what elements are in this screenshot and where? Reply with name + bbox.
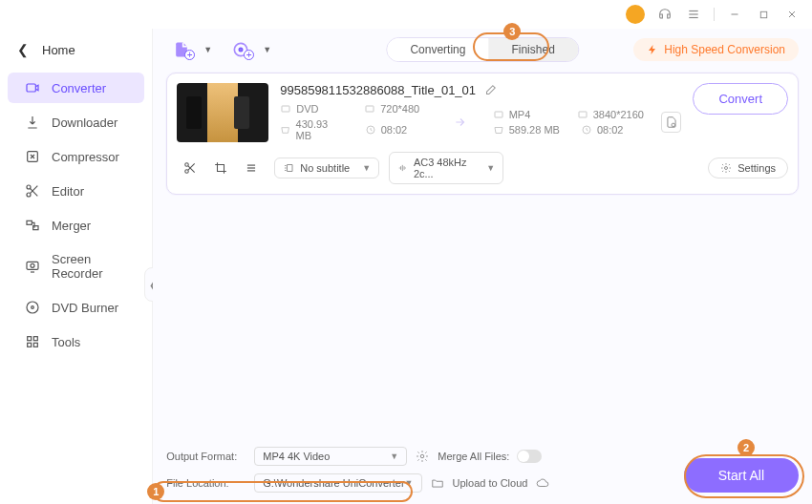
svg-rect-19 xyxy=(28,343,32,346)
svg-point-9 xyxy=(27,185,31,189)
file-location-label: File Location: xyxy=(166,477,246,489)
sidebar-item-label: Merger xyxy=(52,219,91,233)
subtitle-value: No subtitle xyxy=(300,162,350,174)
sidebar-item-dvd-burner[interactable]: DVD Burner xyxy=(8,292,144,323)
audio-value: AC3 48kHz 2c... xyxy=(414,157,481,179)
svg-point-10 xyxy=(27,193,31,197)
svg-rect-23 xyxy=(282,106,289,112)
svg-point-14 xyxy=(31,263,34,267)
annotation-badge-1: 1 xyxy=(147,483,164,500)
disc-icon xyxy=(25,300,40,315)
tab-converting[interactable]: Converting xyxy=(387,38,488,61)
svg-rect-7 xyxy=(27,84,35,92)
output-format-label: Output Format: xyxy=(166,451,246,462)
tab-finished[interactable]: Finished xyxy=(488,38,577,61)
sidebar-item-downloader[interactable]: Downloader xyxy=(8,107,144,137)
src-size: 430.93 MB xyxy=(296,118,344,141)
file-location-dropdown[interactable]: G:\Wondershare UniConverter ▼ xyxy=(254,473,421,493)
plus-icon: + xyxy=(184,50,195,60)
target-meta: MP4 3840*2160 589.28 MB 08:02 xyxy=(493,109,644,136)
video-thumbnail[interactable] xyxy=(177,83,268,142)
file-title: 995859811532886088_Title_01_01 xyxy=(280,83,476,97)
sidebar-item-editor[interactable]: Editor xyxy=(8,176,144,206)
screen-recorder-icon xyxy=(25,259,40,274)
caret-down-icon: ▼ xyxy=(486,163,495,173)
caret-down-icon: ▼ xyxy=(362,163,371,173)
sidebar-item-converter[interactable]: Converter xyxy=(8,73,144,103)
dst-size: 589.28 MB xyxy=(509,124,560,136)
main-panel: + ▼ + ▼ Converting Finished High Speed C… xyxy=(153,29,812,504)
file-location-value: G:\Wondershare UniConverter xyxy=(263,477,404,489)
dst-resolution: 3840*2160 xyxy=(593,109,644,120)
add-dvd-button[interactable]: + ▼ xyxy=(225,36,277,63)
caret-down-icon: ▼ xyxy=(203,45,212,54)
output-settings-button[interactable] xyxy=(661,112,682,133)
merge-label: Merge All Files: xyxy=(438,451,509,462)
annotation-badge-2: 2 xyxy=(737,439,755,456)
output-gear-icon[interactable] xyxy=(415,449,430,464)
caret-down-icon: ▼ xyxy=(263,45,271,54)
menu-icon[interactable] xyxy=(685,6,702,23)
sidebar-item-merger[interactable]: Merger xyxy=(8,210,144,241)
sidebar-item-label: Screen Recorder xyxy=(52,252,127,281)
settings-label: Settings xyxy=(737,162,776,174)
separator xyxy=(714,8,715,21)
topbar: + ▼ + ▼ Converting Finished High Speed C… xyxy=(166,36,799,63)
merge-toggle[interactable] xyxy=(517,450,542,463)
scissors-icon xyxy=(25,183,40,199)
svg-point-29 xyxy=(672,123,675,127)
sidebar-item-label: Converter xyxy=(52,81,106,95)
more-icon[interactable] xyxy=(244,160,259,176)
svg-rect-4 xyxy=(760,11,766,17)
compressor-icon xyxy=(25,149,40,164)
sidebar: ❮ Home Converter Downloader Compressor xyxy=(0,29,153,504)
upload-cloud-label: Upload to Cloud xyxy=(453,477,528,489)
user-avatar[interactable] xyxy=(626,5,645,24)
sidebar-item-compressor[interactable]: Compressor xyxy=(8,141,144,172)
svg-rect-13 xyxy=(27,262,38,269)
svg-point-30 xyxy=(185,163,189,167)
subtitle-dropdown[interactable]: No subtitle ▼ xyxy=(274,158,379,178)
tools-icon xyxy=(25,334,40,349)
window-titlebar xyxy=(0,0,812,29)
download-icon xyxy=(25,115,40,130)
sidebar-item-tools[interactable]: Tools xyxy=(8,326,144,357)
sidebar-item-label: Editor xyxy=(52,184,84,199)
plus-icon: + xyxy=(244,50,254,60)
sidebar-item-label: DVD Burner xyxy=(52,301,118,315)
support-icon[interactable] xyxy=(656,6,673,23)
converter-icon xyxy=(25,80,40,95)
home-back[interactable]: ❮ Home xyxy=(0,36,152,63)
svg-rect-18 xyxy=(33,337,37,341)
caret-down-icon: ▼ xyxy=(405,478,414,488)
conversion-item: 995859811532886088_Title_01_01 DVD 720*4… xyxy=(166,73,799,195)
trim-icon[interactable] xyxy=(182,160,198,176)
chevron-left-icon: ❮ xyxy=(17,42,29,57)
crop-icon[interactable] xyxy=(213,160,228,176)
svg-point-31 xyxy=(185,170,189,174)
caret-down-icon: ▼ xyxy=(390,452,398,461)
svg-point-15 xyxy=(27,302,38,313)
edit-title-icon[interactable] xyxy=(483,84,497,97)
output-format-dropdown[interactable]: MP4 4K Video ▼ xyxy=(254,447,407,466)
sidebar-item-label: Downloader xyxy=(52,116,118,130)
svg-point-36 xyxy=(420,454,424,458)
item-settings-button[interactable]: Settings xyxy=(708,158,788,178)
close-icon[interactable] xyxy=(783,6,801,23)
sidebar-item-screen-recorder[interactable]: Screen Recorder xyxy=(8,244,144,288)
maximize-icon[interactable] xyxy=(755,6,772,23)
svg-point-22 xyxy=(239,48,242,51)
audio-dropdown[interactable]: AC3 48kHz 2c... ▼ xyxy=(389,152,503,184)
start-all-button[interactable]: Start All xyxy=(684,458,799,493)
lightning-icon xyxy=(647,44,658,55)
svg-rect-20 xyxy=(33,343,37,346)
arrow-right-icon xyxy=(445,116,476,129)
svg-rect-24 xyxy=(366,106,374,112)
minimize-icon[interactable] xyxy=(726,6,743,23)
cloud-icon[interactable] xyxy=(535,475,550,491)
svg-rect-17 xyxy=(28,337,32,341)
convert-button[interactable]: Convert xyxy=(693,83,788,115)
add-file-button[interactable]: + ▼ xyxy=(166,36,218,63)
high-speed-conversion[interactable]: High Speed Conversion xyxy=(633,38,799,61)
open-folder-icon[interactable] xyxy=(430,475,445,491)
